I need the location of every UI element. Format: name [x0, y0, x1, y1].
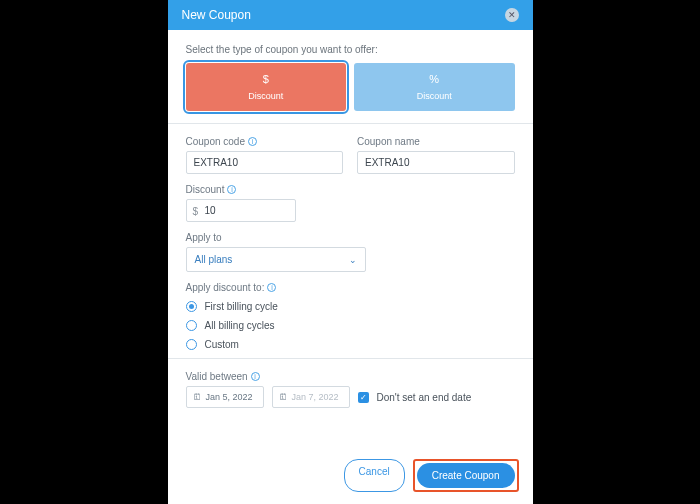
divider	[168, 123, 533, 124]
apply-to-value: All plans	[195, 254, 233, 265]
discount-input-wrap: $	[186, 199, 296, 222]
modal-body: Select the type of coupon you want to of…	[168, 30, 533, 453]
cancel-button[interactable]: Cancel	[344, 459, 405, 492]
discount-label: Discount i	[186, 184, 515, 195]
apply-to-select[interactable]: All plans ⌄	[186, 247, 366, 272]
coupon-type-row: $ Discount % Discount	[186, 63, 515, 111]
percent-label: Discount	[354, 91, 515, 101]
apply-discount-radio-group: First billing cycle All billing cycles C…	[186, 301, 515, 350]
dollar-label: Discount	[186, 91, 347, 101]
valid-between-label: Valid between i	[186, 371, 515, 382]
new-coupon-modal: New Coupon ✕ Select the type of coupon y…	[168, 0, 533, 504]
modal-footer: Cancel Create Coupon	[168, 453, 533, 504]
modal-title: New Coupon	[182, 8, 251, 22]
radio-icon	[186, 301, 197, 312]
dollar-icon: $	[186, 73, 347, 85]
valid-between-row: 🗓 Jan 5, 2022 🗓 Jan 7, 2022 ✓ Don't set …	[186, 386, 515, 408]
apply-to-label: Apply to	[186, 232, 515, 243]
radio-custom[interactable]: Custom	[186, 339, 515, 350]
create-button-highlight: Create Coupon	[413, 459, 519, 492]
apply-discount-label: Apply discount to: i	[186, 282, 515, 293]
info-icon[interactable]: i	[248, 137, 257, 146]
radio-icon	[186, 320, 197, 331]
radio-all-billing[interactable]: All billing cycles	[186, 320, 515, 331]
percent-icon: %	[354, 73, 515, 85]
name-label: Coupon name	[357, 136, 515, 147]
coupon-code-input[interactable]	[186, 151, 344, 174]
modal-header: New Coupon ✕	[168, 0, 533, 30]
end-date-input: 🗓 Jan 7, 2022	[272, 386, 350, 408]
no-end-date-label: Don't set an end date	[377, 392, 472, 403]
info-icon[interactable]: i	[267, 283, 276, 292]
code-label: Coupon code i	[186, 136, 344, 147]
divider	[168, 358, 533, 359]
info-icon[interactable]: i	[251, 372, 260, 381]
start-date-input[interactable]: 🗓 Jan 5, 2022	[186, 386, 264, 408]
calendar-icon: 🗓	[279, 392, 288, 402]
radio-first-billing[interactable]: First billing cycle	[186, 301, 515, 312]
radio-icon	[186, 339, 197, 350]
calendar-icon: 🗓	[193, 392, 202, 402]
discount-input[interactable]	[186, 199, 296, 222]
coupon-type-dollar[interactable]: $ Discount	[186, 63, 347, 111]
intro-text: Select the type of coupon you want to of…	[186, 44, 515, 55]
info-icon[interactable]: i	[227, 185, 236, 194]
currency-prefix: $	[193, 205, 199, 216]
coupon-name-input[interactable]	[357, 151, 515, 174]
close-icon[interactable]: ✕	[505, 8, 519, 22]
no-end-date-checkbox[interactable]: ✓	[358, 392, 369, 403]
chevron-down-icon: ⌄	[349, 255, 357, 265]
create-coupon-button[interactable]: Create Coupon	[417, 463, 515, 488]
coupon-type-percent[interactable]: % Discount	[354, 63, 515, 111]
